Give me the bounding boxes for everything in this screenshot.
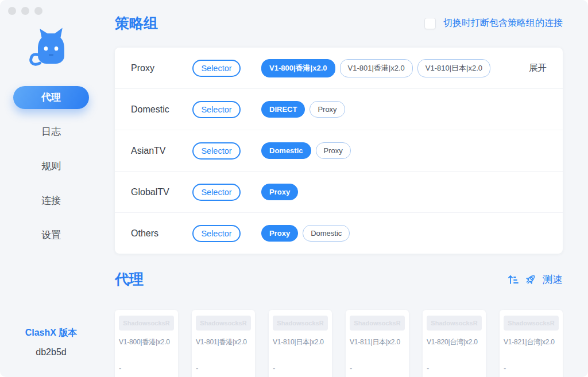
proxy-name: V1-810|日本|x2.0 xyxy=(273,337,328,347)
group-type-badge: Selector xyxy=(192,184,241,201)
sidebar-item-logs[interactable]: 日志 xyxy=(13,121,89,143)
clashx-cat-logo xyxy=(26,26,76,71)
proxy-latency: - xyxy=(350,364,405,372)
version-info: ClashX 版本 db2b5d xyxy=(0,327,102,357)
proxy-name: V1-800|香港|x2.0 xyxy=(119,337,174,347)
proxy-type-badge: ShadowsocksR xyxy=(504,316,559,331)
group-type-badge: Selector xyxy=(192,60,241,77)
proxy-name: V1-811|日本|x2.0 xyxy=(350,337,405,347)
proxy-type-badge: ShadowsocksR xyxy=(273,316,328,331)
group-name: AsianTV xyxy=(131,146,192,156)
proxy-name: V1-821|台湾|x2.0 xyxy=(504,337,559,347)
sidebar-item-settings[interactable]: 设置 xyxy=(13,224,89,247)
proxy-name: V1-820|台湾|x2.0 xyxy=(427,337,482,347)
group-type-badge: Selector xyxy=(192,225,241,242)
proxy-option[interactable]: Domestic xyxy=(303,225,350,242)
proxy-option[interactable]: Proxy xyxy=(261,184,298,200)
policy-group-row-proxy: Proxy Selector V1-800|香港|x2.0 V1-801|香港|… xyxy=(115,48,563,88)
proxy-card[interactable]: ShadowsocksR V1-800|香港|x2.0 - xyxy=(115,310,178,377)
proxy-type-badge: ShadowsocksR xyxy=(119,316,174,331)
main-content: 策略组 切换时打断包含策略组的连接 Proxy Selector V1-800|… xyxy=(102,0,588,377)
proxy-latency: - xyxy=(196,364,251,372)
break-connections-checkbox[interactable] xyxy=(424,18,436,29)
sidebar: 代理 日志 规则 连接 设置 ClashX 版本 db2b5d xyxy=(0,0,102,377)
proxy-card[interactable]: ShadowsocksR V1-801|香港|x2.0 - xyxy=(192,310,255,377)
proxy-type-badge: ShadowsocksR xyxy=(350,316,405,331)
policy-group-row-others: Others Selector Proxy Domestic xyxy=(115,212,563,254)
proxy-option[interactable]: V1-800|香港|x2.0 xyxy=(261,59,335,77)
group-name: Others xyxy=(131,228,192,239)
window-controls xyxy=(8,7,42,15)
minimize-window-icon[interactable] xyxy=(21,7,29,15)
break-connections-label: 切换时打断包含策略组的连接 xyxy=(443,17,563,29)
proxy-option[interactable]: Domestic xyxy=(261,142,311,159)
proxy-option[interactable]: V1-801|香港|x2.0 xyxy=(340,59,413,77)
policy-group-row-asiantv: AsianTV Selector Domestic Proxy xyxy=(115,130,563,171)
proxy-option[interactable]: Proxy xyxy=(316,142,351,159)
proxy-option[interactable]: V1-810|日本|x2.0 xyxy=(417,59,490,77)
expand-link[interactable]: 展开 xyxy=(529,62,547,74)
policy-groups-title: 策略组 xyxy=(115,14,158,33)
policy-group-row-domestic: Domestic Selector DIRECT Proxy xyxy=(115,88,563,130)
proxy-card[interactable]: ShadowsocksR V1-821|台湾|x2.0 - xyxy=(500,310,563,377)
proxy-type-badge: ShadowsocksR xyxy=(196,316,251,331)
version-label[interactable]: ClashX 版本 xyxy=(0,327,102,339)
clashx-dashboard-window: 代理 日志 规则 连接 设置 ClashX 版本 db2b5d 策略组 切换时打… xyxy=(0,0,588,377)
proxy-latency: - xyxy=(119,364,174,372)
group-name: Proxy xyxy=(131,63,192,73)
proxy-card[interactable]: ShadowsocksR V1-811|日本|x2.0 - xyxy=(346,310,409,377)
version-value: db2b5d xyxy=(0,347,102,357)
rocket-icon[interactable] xyxy=(524,273,537,286)
proxy-name: V1-801|香港|x2.0 xyxy=(196,337,251,347)
sidebar-item-proxies[interactable]: 代理 xyxy=(13,86,89,109)
sort-ascending-icon[interactable] xyxy=(507,274,519,285)
zoom-window-icon[interactable] xyxy=(34,7,42,15)
policy-group-row-globaltv: GlobalTV Selector Proxy xyxy=(115,171,563,212)
proxy-option[interactable]: Proxy xyxy=(310,101,345,118)
group-name: Domestic xyxy=(131,104,192,115)
proxy-type-badge: ShadowsocksR xyxy=(427,316,482,331)
proxy-latency: - xyxy=(273,364,328,372)
sidebar-item-rules[interactable]: 规则 xyxy=(13,155,89,178)
proxies-title: 代理 xyxy=(115,270,144,289)
sidebar-item-connections[interactable]: 连接 xyxy=(13,189,89,212)
proxy-option[interactable]: DIRECT xyxy=(261,101,305,118)
proxy-latency: - xyxy=(504,364,559,372)
group-name: GlobalTV xyxy=(131,187,192,197)
group-type-badge: Selector xyxy=(192,101,241,118)
proxy-card-grid: ShadowsocksR V1-800|香港|x2.0 - Shadowsock… xyxy=(115,310,563,377)
proxy-card[interactable]: ShadowsocksR V1-820|台湾|x2.0 - xyxy=(423,310,486,377)
speedtest-button[interactable]: 测速 xyxy=(543,273,563,286)
proxy-option[interactable]: Proxy xyxy=(261,225,298,242)
proxy-card[interactable]: ShadowsocksR V1-810|日本|x2.0 - xyxy=(269,310,332,377)
group-type-badge: Selector xyxy=(192,142,241,160)
sidebar-menu: 代理 日志 规则 连接 设置 xyxy=(0,86,102,258)
policy-groups-card: Proxy Selector V1-800|香港|x2.0 V1-801|香港|… xyxy=(115,48,563,254)
close-window-icon[interactable] xyxy=(8,7,16,15)
proxy-latency: - xyxy=(427,364,482,372)
